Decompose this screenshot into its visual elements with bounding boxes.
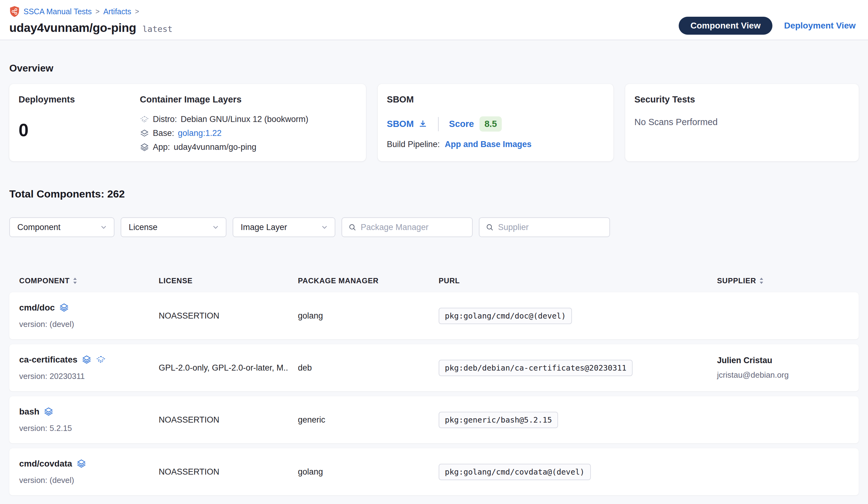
package-manager-cell: golang [298,311,438,321]
app-layer-row: App: uday4vunnam/go-ping [140,142,356,152]
supplier-cell [717,417,859,422]
base-layer-icon [140,129,149,138]
distro-layer-icon [140,115,149,124]
supplier-search [479,217,610,237]
license-filter-select[interactable]: License [121,217,226,237]
chevron-down-icon [321,224,328,231]
overview-heading: Overview [9,62,868,74]
components-table-body: cmd/doc version: (devel) NOASSERTION gol… [9,292,859,495]
app-layer-icon [76,459,86,469]
distro-value: Debian GNU/Linux 12 (bookworm) [180,114,308,124]
breadcrumb-separator: > [135,8,139,16]
view-toggle: Component View Deployment View [679,12,856,40]
supplier-cell [717,313,859,318]
breadcrumb-project-link[interactable]: SSCA Manual Tests [23,7,92,16]
chevron-down-icon [100,224,107,231]
table-row: ca-certificates version: 20230311 [9,344,859,391]
app-layer-icon [59,303,69,313]
build-pipeline-label: Build Pipeline: [387,140,440,149]
sort-icon [73,278,78,284]
image-layers-title: Container Image Layers [140,94,356,105]
purl-cell: pkg:deb/debian/ca-certificates@20230311 [438,360,717,376]
image-layer-filter-select[interactable]: Image Layer [232,217,335,237]
image-layer-filter-label: Image Layer [241,223,287,232]
table-row: cmd/doc version: (devel) NOASSERTION gol… [9,292,859,339]
column-header-supplier[interactable]: SUPPLIER [717,276,859,285]
artifact-tag: latest [142,24,173,34]
filters-row: Component License Image Layer [9,217,859,237]
divider [438,117,438,131]
ssca-shield-icon [9,6,20,17]
sbom-download-label: SBOM [387,119,414,129]
column-header-package-manager: PACKAGE MANAGER [298,276,438,285]
component-cell: cmd/doc version: (devel) [19,292,159,339]
image-layer-rows: Distro: Debian GNU/Linux 12 (bookworm) B… [140,114,356,152]
license-cell: NOASSERTION [159,467,289,477]
deployments-label: Deployments [19,94,140,105]
sbom-card-title: SBOM [387,94,604,105]
components-table-header: COMPONENT LICENSE PACKAGE MANAGER PURL S… [9,274,859,288]
column-header-supplier-label: SUPPLIER [717,276,756,285]
base-layer-row: Base: golang:1.22 [140,129,356,138]
component-cell: bash version: 5.2.15 [19,396,159,443]
app-layer-icon [140,143,149,152]
package-manager-cell: deb [298,363,438,373]
app-layer-icon [82,355,92,365]
column-header-purl: PURL [438,276,717,285]
component-filter-label: Component [17,223,61,232]
breadcrumb-separator: > [95,8,99,16]
build-pipeline-link[interactable]: App and Base Images [445,140,532,149]
base-image-link[interactable]: golang:1.22 [178,129,221,138]
column-header-license: LICENSE [159,276,298,285]
sort-icon [759,278,764,284]
security-tests-title: Security Tests [634,94,849,105]
app-label: App: [153,142,170,152]
package-manager-search-input[interactable] [361,223,470,232]
column-header-purl-label: PURL [438,276,460,285]
deployments-count: 0 [19,120,140,140]
total-components-heading: Total Components: 262 [9,188,868,200]
license-cell: NOASSERTION [159,415,289,425]
title-row: uday4vunnam/go-ping latest [9,21,173,35]
search-icon [486,223,494,231]
purl-cell: pkg:golang/cmd/covdata@(devel) [438,464,717,480]
component-cell: ca-certificates version: 20230311 [19,344,159,391]
license-cell: NOASSERTION [159,311,289,321]
component-name: ca-certificates [19,355,78,365]
sbom-row: SBOM Score 8.5 [387,117,604,132]
deployments-layers-card: Deployments 0 Container Image Layers Dis… [9,84,366,161]
sbom-card: SBOM SBOM Score 8.5 Build Pipeline: App … [378,84,613,161]
license-cell: GPL-2.0-only, GPL-2.0-or-later, M... [159,363,289,373]
component-view-button[interactable]: Component View [679,17,772,35]
component-name: bash [19,407,39,417]
purl-pill: pkg:golang/cmd/doc@(devel) [438,308,572,324]
security-tests-card: Security Tests No Scans Performed [625,84,859,161]
breadcrumb-artifacts-link[interactable]: Artifacts [103,7,131,16]
column-header-component[interactable]: COMPONENT [19,276,159,285]
component-cell: cmd/covdata version: (devel) [19,448,159,495]
sbom-download-link[interactable]: SBOM [387,119,427,129]
column-header-package-manager-label: PACKAGE MANAGER [298,276,379,285]
column-header-license-label: LICENSE [159,276,193,285]
page-header: SSCA Manual Tests > Artifacts > uday4vun… [0,0,868,40]
purl-pill: pkg:generic/bash@5.2.15 [438,412,558,428]
breadcrumb: SSCA Manual Tests > Artifacts > [9,6,173,17]
deployments-block: Deployments 0 [19,94,140,151]
distro-label: Distro: [153,114,177,124]
package-manager-cell: generic [298,415,438,425]
supplier-search-input[interactable] [498,223,608,232]
search-icon [348,223,356,231]
sbom-score-badge: 8.5 [479,117,502,132]
component-name: cmd/doc [19,303,55,313]
purl-cell: pkg:golang/cmd/doc@(devel) [438,308,717,324]
component-version: version: 5.2.15 [19,424,159,433]
base-label: Base: [153,129,174,138]
supplier-name: Julien Cristau [717,356,859,365]
component-version: version: 20230311 [19,372,159,381]
deployment-view-button[interactable]: Deployment View [784,21,856,31]
supplier-cell [717,469,859,474]
component-filter-select[interactable]: Component [9,217,114,237]
app-value: uday4vunnam/go-ping [174,142,257,152]
chevron-down-icon [212,224,219,231]
overview-cards: Deployments 0 Container Image Layers Dis… [9,84,859,161]
